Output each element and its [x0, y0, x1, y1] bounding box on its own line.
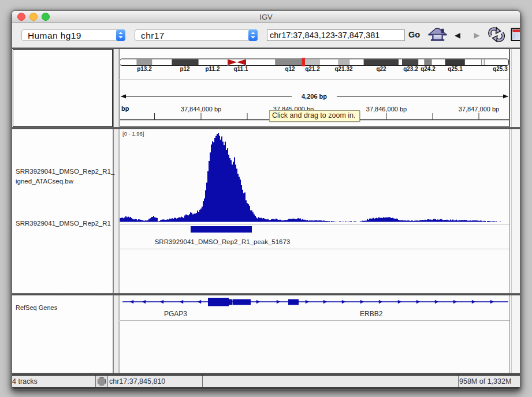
svg-text:p13.2: p13.2	[137, 66, 152, 72]
svg-text:q22: q22	[376, 66, 386, 72]
svg-text:q21.2: q21.2	[305, 66, 320, 72]
svg-text:q12: q12	[285, 66, 295, 72]
svg-text:q25.3: q25.3	[493, 66, 508, 72]
svg-text:p11.2: p11.2	[205, 66, 220, 72]
svg-text:q11.1: q11.1	[233, 66, 248, 72]
svg-text:q24.2: q24.2	[421, 66, 436, 72]
svg-text:37,846,000 bp: 37,846,000 bp	[366, 106, 407, 113]
svg-text:q21.32: q21.32	[334, 66, 353, 72]
svg-text:p12: p12	[180, 66, 190, 72]
svg-text:q25.1: q25.1	[448, 66, 463, 72]
svg-text:4,206 bp: 4,206 bp	[302, 93, 327, 100]
svg-text:37,847,000 bp: 37,847,000 bp	[459, 106, 499, 113]
svg-text:bp: bp	[121, 105, 129, 112]
svg-text:q23.2: q23.2	[403, 66, 418, 72]
svg-text:37,844,000 bp: 37,844,000 bp	[181, 106, 221, 113]
